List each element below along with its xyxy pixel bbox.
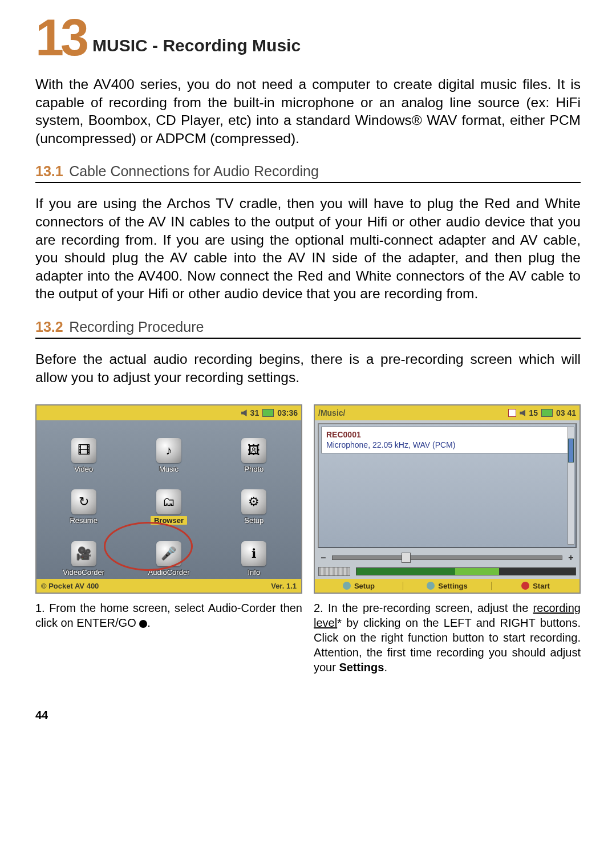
page-number: 44: [35, 709, 581, 722]
battery-level: 31: [250, 408, 260, 417]
chapter-title: MUSIC - Recording Music: [92, 36, 301, 58]
section-title: Recording Procedure: [69, 319, 204, 335]
magnify-icon: [427, 582, 435, 590]
clock: 03:36: [277, 408, 298, 417]
softkey-start[interactable]: Start: [491, 582, 579, 590]
recording-level-slider[interactable]: – +: [318, 551, 576, 564]
battery-level: 15: [529, 408, 538, 417]
level-meter: [356, 567, 576, 575]
label: VideoCorder: [59, 568, 108, 577]
info-icon: ℹ: [241, 541, 266, 566]
record-icon: [521, 582, 529, 590]
section-13-2-body: Before the actual audio recording begins…: [35, 350, 581, 386]
footer-bar: © Pocket AV 400 Ver. 1.1: [37, 579, 301, 593]
recording-details: Microphone, 22.05 kHz, WAV (PCM): [326, 440, 568, 450]
path: /Music/: [318, 408, 345, 417]
intro-paragraph: With the AV400 series, you do not need a…: [35, 75, 581, 147]
videocorder-icon: 🎥: [71, 541, 96, 566]
meter-row: [318, 566, 576, 577]
prerecording-body: REC0001 Microphone, 22.05 kHz, WAV (PCM)…: [315, 420, 579, 593]
menu-music[interactable]: ♪Music: [126, 424, 211, 473]
audiocorder-icon: 🎤: [156, 541, 181, 566]
level-minus[interactable]: –: [318, 553, 329, 563]
recording-info: REC0001 Microphone, 22.05 kHz, WAV (PCM): [321, 427, 573, 453]
battery-icon: [541, 409, 553, 417]
video-icon: 🎞: [71, 438, 96, 463]
section-title: Cable Connections for Audio Recording: [69, 163, 319, 179]
home-screen: 31 03:36 🎞Video ♪Music 🖼Photo ↻Resume 🗂B…: [35, 404, 302, 594]
photo-icon: 🖼: [241, 438, 266, 463]
menu-browser[interactable]: 🗂Browser: [126, 476, 211, 525]
prerecording-screen: /Music/ 15 03 41 REC0001 Microphone, 22.…: [314, 404, 581, 594]
product-name: © Pocket AV 400: [41, 582, 99, 590]
chapter-header: 13 MUSIC - Recording Music: [35, 17, 581, 58]
figure-2-caption: 2. In the pre-recording screen, adjust t…: [314, 601, 581, 675]
slider-track[interactable]: [332, 555, 562, 560]
caption-text: 2. In the pre-recording screen, adjust t…: [314, 602, 533, 614]
softkey-setup[interactable]: Setup: [315, 582, 403, 590]
status-bar: 31 03:36: [37, 405, 301, 420]
softkey-label: Start: [533, 582, 550, 590]
scrollbar-thumb[interactable]: [568, 439, 574, 463]
figures-row: 31 03:36 🎞Video ♪Music 🖼Photo ↻Resume 🗂B…: [35, 404, 581, 686]
home-grid: 🎞Video ♪Music 🖼Photo ↻Resume 🗂Browser ⚙S…: [37, 420, 301, 579]
softkey-label: Setup: [354, 582, 375, 590]
section-number: 13.2: [35, 319, 63, 335]
clock: 03 41: [556, 408, 576, 417]
music-icon: ♪: [156, 438, 181, 463]
caption-text: .: [384, 661, 387, 674]
menu-info[interactable]: ℹInfo: [212, 527, 297, 577]
label: Resume: [66, 516, 100, 525]
setup-icon: ⚙: [241, 489, 266, 514]
stop-icon: [508, 409, 516, 417]
label: Info: [244, 568, 264, 577]
menu-setup[interactable]: ⚙Setup: [212, 476, 297, 525]
label: Setup: [241, 516, 267, 525]
chapter-number: 13: [35, 17, 86, 58]
figure-1: 31 03:36 🎞Video ♪Music 🖼Photo ↻Resume 🗂B…: [35, 404, 302, 686]
scrollbar[interactable]: [568, 427, 574, 545]
speaker-icon: [241, 409, 247, 416]
menu-video[interactable]: 🎞Video: [41, 424, 126, 473]
label: Browser: [151, 516, 187, 525]
battery-icon: [262, 409, 274, 417]
source-icon: [318, 567, 350, 576]
recording-panel: REC0001 Microphone, 22.05 kHz, WAV (PCM): [318, 423, 577, 548]
figure-2: /Music/ 15 03 41 REC0001 Microphone, 22.…: [314, 404, 581, 686]
speaker-icon: [520, 409, 525, 416]
label: AudioCorder: [144, 568, 193, 577]
softkey-label: Settings: [438, 582, 467, 590]
menu-videocorder[interactable]: 🎥VideoCorder: [41, 527, 126, 577]
menu-photo[interactable]: 🖼Photo: [212, 424, 297, 473]
label: Music: [156, 465, 182, 473]
caption-text: 1. From the home screen, select Audio-Co…: [35, 602, 302, 629]
status-bar: /Music/ 15 03 41: [315, 405, 579, 420]
label: Video: [71, 465, 96, 473]
caption-text: .: [147, 616, 151, 629]
softkey-settings[interactable]: Settings: [403, 582, 491, 590]
slider-thumb[interactable]: [402, 553, 411, 563]
figure-1-caption: 1. From the home screen, select Audio-Co…: [35, 601, 302, 630]
enter-go-icon: [139, 620, 147, 628]
section-13-2-header: 13.2 Recording Procedure: [35, 319, 581, 339]
browser-icon: 🗂: [156, 489, 181, 514]
softkey-bar: Setup Settings Start: [315, 579, 579, 593]
section-13-1-header: 13.1 Cable Connections for Audio Recordi…: [35, 163, 581, 183]
menu-audiocorder[interactable]: 🎤AudioCorder: [126, 527, 211, 577]
recording-filename: REC0001: [326, 429, 568, 440]
label: Photo: [241, 465, 267, 473]
section-number: 13.1: [35, 163, 63, 179]
menu-resume[interactable]: ↻Resume: [41, 476, 126, 525]
section-13-1-body: If you are using the Archos TV cradle, t…: [35, 194, 581, 303]
magnify-icon: [343, 582, 351, 590]
level-plus[interactable]: +: [566, 553, 576, 563]
version: Ver. 1.1: [271, 582, 297, 590]
resume-icon: ↻: [71, 489, 96, 514]
caption-bold: Settings: [339, 661, 384, 674]
